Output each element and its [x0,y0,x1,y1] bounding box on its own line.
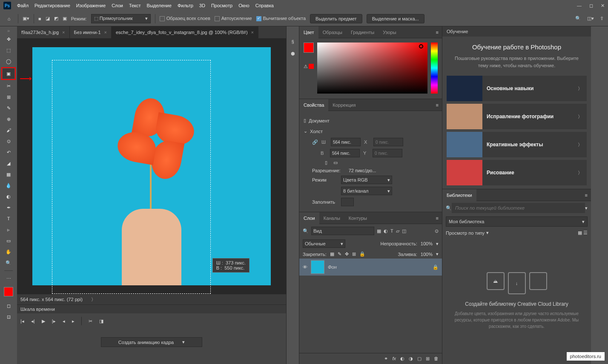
type-tool[interactable]: T [3,213,14,224]
new-layer-icon[interactable]: ⊞ [426,356,430,361]
adjustments-tab[interactable]: Коррекция [328,99,360,111]
learn-tab[interactable]: Обучение [447,29,468,34]
menu-edit[interactable]: Редактирование [34,3,70,8]
cut-icon[interactable]: ✂ [89,318,92,324]
menu-select[interactable]: Выделение [147,3,172,8]
filter-toggle[interactable]: ⊙ [435,228,439,234]
menu-text[interactable]: Текст [129,3,141,8]
object-select-tool[interactable]: ▣ [3,68,14,79]
tab-1[interactable]: Без имени-1× [70,26,112,38]
fg-swatch[interactable] [304,43,314,53]
lock-pixels-icon[interactable]: ▦ [330,251,334,257]
path-select-tool[interactable]: ▹ [3,225,14,235]
y-input[interactable] [373,149,402,157]
list-view-icon[interactable]: ☰ [583,230,588,236]
menu-view[interactable]: Просмотр [211,3,232,8]
hand-tool[interactable]: ✋ [3,247,14,257]
learn-item-photo[interactable]: Исправление фотографии〉 [447,104,587,129]
bit-depth-select[interactable]: 8 бит/канал▾ [341,187,392,195]
channels-tab[interactable]: Каналы [319,212,344,224]
panel-menu-icon[interactable]: ≡ [433,102,442,108]
tab-close-icon[interactable]: × [251,30,254,35]
filter-shape-icon[interactable]: ▱ [396,228,399,234]
filter-adjust-icon[interactable]: ◐ [384,228,388,234]
group-icon[interactable]: ▢ [417,356,422,361]
history-brush-tool[interactable]: ↶ [3,147,14,157]
next-kf-icon[interactable]: ▸ [72,318,75,324]
tab-0[interactable]: f9aa273e2a_h.jpg× [17,26,70,38]
canvas[interactable]: Ш : 373 пикс. В : 550 пикс. [32,47,271,285]
next-frame-icon[interactable]: |▸ [52,318,56,324]
tab-close-icon[interactable]: × [62,30,65,35]
grid-view-icon[interactable]: ▦ [578,230,582,236]
panel-menu-icon[interactable]: ≡ [433,216,442,221]
layers-tab[interactable]: Слои [299,212,319,224]
subtract-checkbox[interactable]: Вычитание объекта [256,16,306,21]
inter-sel-icon[interactable]: ▣ [63,16,67,21]
x-input[interactable] [373,138,403,146]
timeline-tab[interactable]: Шкала времени [20,307,55,312]
link-layers-icon[interactable]: ⚭ [384,356,388,361]
fx-icon[interactable]: fx [392,356,396,361]
blend-mode-select[interactable]: Обычные▾ [303,239,345,248]
move-tool[interactable]: ✥ [3,34,14,44]
width-input[interactable] [331,138,361,146]
close-icon[interactable]: ✕ [601,3,605,9]
patterns-tab[interactable]: Узоры [379,26,400,38]
menu-layers[interactable]: Слои [112,3,123,8]
lasso-tool[interactable]: ◯ [3,56,14,66]
eyedropper-tool[interactable]: ✎ [3,103,14,113]
menu-3d[interactable]: 3D [199,3,205,8]
crop-tool[interactable]: ✂ [3,81,14,91]
heal-tool[interactable]: ⊕ [3,114,14,124]
panel-menu-icon[interactable]: ≡ [433,30,442,35]
filter-smart-icon[interactable]: ◫ [402,228,406,234]
create-animation-button[interactable]: Создать анимацию кадра▾ [101,337,202,347]
frame-tool[interactable]: ⊞ [3,92,14,102]
adjustment-icon[interactable]: ◑ [409,356,413,361]
menu-window[interactable]: Окно [238,3,250,8]
lock-artboard-icon[interactable]: ✥ [345,251,349,257]
screenmode-icon[interactable]: ⊡ [3,312,14,322]
foreground-color[interactable] [4,287,13,296]
search-icon[interactable]: 🔍 [575,16,581,21]
color-field[interactable] [317,43,427,94]
lock-position-icon[interactable]: ✎ [338,251,341,257]
landscape-icon[interactable]: ▭ [333,160,338,165]
learn-item-effects[interactable]: Креативные эффекты〉 [447,132,587,157]
share-icon[interactable]: ⇪ [600,16,604,21]
blur-tool[interactable]: 💧 [3,180,14,191]
libraries-tab[interactable]: Библиотеки [442,189,476,201]
minimize-icon[interactable]: — [577,3,582,9]
select-mask-button[interactable]: Выделение и маска... [367,14,424,23]
hue-slider[interactable] [431,43,438,94]
visibility-icon[interactable]: 👁 [303,264,307,270]
maximize-icon[interactable]: ◻ [589,3,593,9]
tool-preset-icon[interactable]: ▣▾ [23,16,29,21]
new-sel-icon[interactable]: ■ [38,16,41,21]
mode-select[interactable]: ⬚ Прямоугольник▾ [91,14,151,23]
prev-frame-icon[interactable]: ◂| [31,318,35,324]
add-sel-icon[interactable]: ◪ [46,16,50,21]
pen-tool[interactable]: ✒ [3,202,14,213]
learn-item-drawing[interactable]: Рисование〉 [447,160,587,185]
layer-filter-select[interactable] [311,227,374,235]
filter-type-icon[interactable]: T [390,228,393,233]
library-select[interactable]: Моя библиотека▾ [446,216,588,227]
dodge-tool[interactable]: ◐ [3,191,14,202]
menu-filter[interactable]: Фильтр [178,3,193,8]
home-icon[interactable]: ⌂ [4,14,14,23]
color-mode-select[interactable]: Цвета RGB▾ [341,176,392,184]
prev-kf-icon[interactable]: ◂ [63,318,65,324]
library-search-input[interactable] [452,203,585,213]
brush-tool[interactable]: 🖌 [3,125,14,135]
chevron-down-icon[interactable]: ⌄ [304,128,307,134]
edit-toolbar-icon[interactable]: ⋯ [3,273,14,284]
height-input[interactable] [330,149,360,157]
swatches-tab[interactable]: Образцы [318,26,347,38]
portrait-icon[interactable]: ▯ [325,160,327,165]
fill-select[interactable] [341,198,354,206]
sub-sel-icon[interactable]: ◩ [54,16,58,21]
menu-help[interactable]: Справка [255,3,274,8]
collapsed-icon[interactable]: ⬢ [291,51,295,57]
